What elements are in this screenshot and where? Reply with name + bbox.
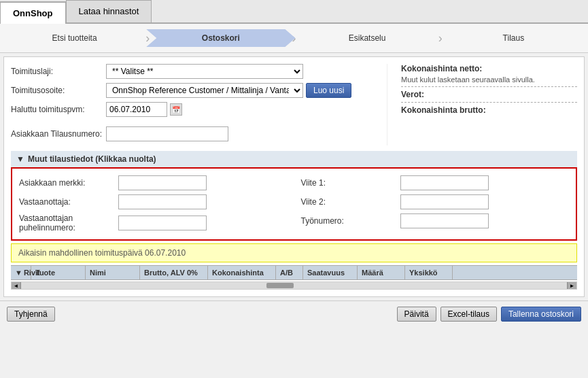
haluttu-input[interactable] — [106, 102, 167, 117]
th-maara: Määrä — [358, 266, 405, 279]
scroll-right-btn[interactable]: ► — [567, 282, 576, 289]
th-yksikko: Yksikkö — [405, 266, 453, 279]
scroll-left-btn[interactable]: ◄ — [12, 282, 21, 289]
tyonumero-input[interactable] — [400, 213, 489, 228]
excel-tilaus-button[interactable]: Excel-tilaus — [440, 307, 497, 322]
tilausnumero-input[interactable] — [106, 126, 228, 141]
brutto-row: Kokonaishinta brutto: — [401, 102, 577, 115]
th-ab: A/B — [276, 266, 303, 279]
tallenna-ostoskori-button[interactable]: Tallenna ostoskori — [501, 307, 581, 322]
toimituslaji-row: Toimituslaji: ** Valitse ** — [11, 64, 387, 79]
viite1-label: Viite 1: — [301, 178, 396, 188]
sort-icon[interactable]: ▼ — [15, 269, 22, 277]
viite1-input[interactable] — [400, 175, 489, 190]
bottom-right: Päivitä Excel-tilaus Tallenna ostoskori — [397, 307, 581, 322]
bottom-bar: Tyhjennä Päivitä Excel-tilaus Tallenna o… — [0, 300, 588, 327]
luo-uusi-button[interactable]: Luo uusi — [306, 83, 351, 98]
haluttu-row: Haluttu toimituspvm: 📅 — [11, 102, 387, 117]
bottom-left: Tyhjennä — [7, 307, 55, 322]
info-bar: Aikaisin mahdollinen toimituspäivä 06.07… — [11, 243, 577, 262]
tilausnumero-label: Asiakkaan Tilausnumero: — [11, 129, 106, 139]
haluttu-label: Haluttu toimituspvm: — [11, 105, 106, 114]
vastaanottaja-row: Vastaanottaja: — [19, 194, 288, 209]
tyonumero-row: Työnumero: — [301, 213, 570, 228]
netto-row: Kokonaishinta netto: Muut kulut lasketaa… — [401, 64, 577, 84]
th-brutto: Brutto, ALV 0% — [140, 266, 208, 279]
tab-lataa-hinnastot[interactable]: Lataa hinnastot — [66, 0, 152, 22]
step-ostoskori[interactable]: Ostoskori — [146, 29, 295, 47]
toimituslaji-select[interactable]: ** Valitse ** — [106, 64, 303, 79]
viite1-row: Viite 1: — [301, 175, 570, 190]
netto-label: Kokonaishinta netto: — [401, 64, 577, 73]
th-rivit: ▼ Rivit — [11, 266, 31, 279]
vastaanottaja-label: Vastaanottaja: — [19, 197, 114, 207]
toimitusosoite-select[interactable]: OnnShop Reference Customer / Mittalinja … — [106, 83, 303, 98]
tilausnumero-row: Asiakkaan Tilausnumero: — [11, 126, 387, 141]
extra-info-box: Asiakkaan merkki: Vastaanottaja: Vastaan… — [11, 167, 577, 241]
viite2-input[interactable] — [400, 194, 489, 209]
viite2-label: Viite 2: — [301, 197, 396, 207]
vastaanottajan-puh-input[interactable] — [118, 216, 207, 230]
verot-label: Verot: — [401, 90, 577, 99]
tyhjenna-button[interactable]: Tyhjennä — [7, 307, 55, 322]
paivita-button[interactable]: Päivitä — [397, 307, 436, 322]
vastaanottajan-puh-row: Vastaanottajan puhelinnumero: — [19, 213, 288, 233]
brutto-label: Kokonaishinta brutto: — [401, 105, 577, 115]
th-saatavuus: Saatavuus — [303, 266, 358, 279]
calendar-icon[interactable]: 📅 — [170, 103, 182, 116]
tyonumero-label: Työnumero: — [301, 216, 396, 226]
extra-info-title: Muut tilaustiedot (Klikkaa nuolta) — [28, 154, 156, 164]
merkki-row: Asiakkaan merkki: — [19, 175, 288, 190]
toimitusosoite-row: Toimitusosoite: OnnShop Reference Custom… — [11, 83, 387, 98]
info-bar-text: Aikaisin mahdollinen toimituspäivä 06.07… — [18, 248, 186, 258]
scrollbar-area[interactable]: ◄ ► — [11, 281, 577, 290]
table-header: ▼ Rivit Tuote Nimi Brutto, ALV 0% Kokona… — [11, 265, 577, 280]
step-etsi[interactable]: Etsi tuotteita — [0, 29, 149, 47]
toimitusosoite-label: Toimitusosoite: — [11, 86, 106, 95]
toimituslaji-label: Toimituslaji: — [11, 67, 106, 76]
vastaanottajan-puh-label: Vastaanottajan puhelinnumero: — [19, 213, 114, 233]
scroll-thumb — [266, 283, 294, 288]
tab-onnshop[interactable]: OnnShop — [0, 1, 66, 24]
merkki-label: Asiakkaan merkki: — [19, 178, 114, 188]
collapse-icon: ▼ — [16, 154, 24, 164]
extra-info-header[interactable]: ▼ Muut tilaustiedot (Klikkaa nuolta) — [11, 151, 577, 167]
step-tilaus[interactable]: Tilaus — [439, 29, 588, 47]
viite2-row: Viite 2: — [301, 194, 570, 209]
vastaanottaja-input[interactable] — [118, 194, 207, 209]
verot-row: Verot: — [401, 86, 577, 99]
step-esikatselu[interactable]: Esikatselu — [293, 29, 442, 47]
th-tuote: Tuote — [31, 266, 86, 279]
th-kokonais: Kokonaishinta — [208, 266, 276, 279]
extra-text: Muut kulut lasketaan seuraavalla sivulla… — [401, 75, 577, 84]
th-nimi: Nimi — [86, 266, 140, 279]
merkki-input[interactable] — [118, 175, 207, 190]
